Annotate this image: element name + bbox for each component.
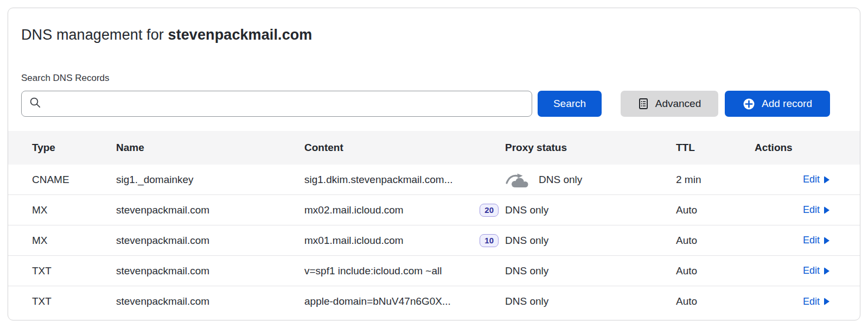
column-header-type: Type [32,142,116,154]
caret-right-icon [824,206,829,214]
page-title: DNS management for stevenpackmail.com [21,27,830,43]
record-content-cell: mx02.mail.icloud.com 20 [304,204,505,217]
record-type: TXT [32,295,116,307]
record-proxy-status: DNS only [539,174,582,186]
record-content-cell: apple-domain=bNuV47n6G0X... [304,295,505,307]
edit-record-link[interactable]: Edit [803,204,829,216]
record-ttl: Auto [676,265,755,277]
record-content: mx01.mail.icloud.com [304,235,404,247]
record-name: stevenpackmail.com [116,265,304,277]
record-type: CNAME [32,174,116,186]
record-proxy-cell: DNS only [505,204,676,216]
edit-link-label: Edit [803,296,820,307]
search-icon [29,97,41,111]
record-type: TXT [32,265,116,277]
search-input[interactable] [47,98,524,110]
caret-right-icon [824,267,829,275]
edit-record-link[interactable]: Edit [803,174,829,185]
record-type: MX [32,235,116,247]
table-row: TXT stevenpackmail.com v=spf1 include:ic… [8,256,860,286]
record-proxy-cell: DNS only [505,265,676,277]
column-header-content: Content [304,142,505,154]
record-content-cell: sig1.dkim.stevenpackmail.com... [304,174,505,186]
controls-row: Search Advanced [21,91,830,117]
record-proxy-cell: DNS only [505,172,676,188]
record-type: MX [32,204,116,216]
record-proxy-status: DNS only [505,265,548,277]
dns-management-card: DNS management for stevenpackmail.com Se… [8,8,860,320]
table-body: CNAME sig1._domainkey sig1.dkim.stevenpa… [8,165,860,317]
table-row: CNAME sig1._domainkey sig1.dkim.stevenpa… [8,165,860,195]
record-content: apple-domain=bNuV47n6G0X... [304,295,451,307]
search-box[interactable] [21,91,532,117]
page-title-domain: stevenpackmail.com [168,27,312,43]
record-proxy-status: DNS only [505,204,548,216]
record-name: sig1._domainkey [116,174,304,186]
add-record-button-label: Add record [762,98,812,110]
edit-record-link[interactable]: Edit [803,235,829,246]
record-ttl: 2 min [676,174,755,186]
table-row: MX stevenpackmail.com mx02.mail.icloud.c… [8,195,860,225]
table-header-row: Type Name Content Proxy status TTL Actio… [8,131,860,165]
record-content: sig1.dkim.stevenpackmail.com... [304,174,453,186]
caret-right-icon [824,176,829,184]
caret-right-icon [824,298,829,305]
caret-right-icon [824,237,829,244]
edit-record-link[interactable]: Edit [803,296,829,307]
dns-records-table: Type Name Content Proxy status TTL Actio… [8,131,860,317]
record-ttl: Auto [676,204,755,216]
list-icon [638,98,649,110]
record-proxy-status: DNS only [505,235,548,247]
record-ttl: Auto [676,295,755,307]
column-header-actions: Actions [755,142,829,154]
search-label: Search DNS Records [21,73,830,84]
plus-circle-icon [743,98,755,110]
column-header-name: Name [116,142,304,154]
page-title-prefix: DNS management for [21,27,164,43]
record-content: mx02.mail.icloud.com [304,204,404,216]
edit-record-link[interactable]: Edit [803,265,829,276]
record-actions-cell: Edit [755,204,829,216]
column-header-proxy-status: Proxy status [505,142,676,154]
edit-link-label: Edit [803,204,820,216]
record-proxy-cell: DNS only [505,235,676,247]
record-actions-cell: Edit [755,174,829,185]
edit-link-label: Edit [803,174,820,185]
record-actions-cell: Edit [755,235,829,246]
record-actions-cell: Edit [755,265,829,276]
dns-only-cloud-icon [505,172,530,188]
table-row: MX stevenpackmail.com mx01.mail.icloud.c… [8,225,860,256]
edit-link-label: Edit [803,235,820,246]
record-name: stevenpackmail.com [116,204,304,216]
record-actions-cell: Edit [755,296,829,307]
search-button[interactable]: Search [538,91,602,117]
record-content: v=spf1 include:icloud.com ~all [304,265,442,277]
edit-link-label: Edit [803,265,820,276]
advanced-button-label: Advanced [655,98,701,110]
record-name: stevenpackmail.com [116,295,304,307]
advanced-button[interactable]: Advanced [621,91,718,117]
record-proxy-status: DNS only [505,295,548,307]
record-content-cell: v=spf1 include:icloud.com ~all [304,265,505,277]
mx-priority-badge: 10 [480,234,499,247]
column-header-ttl: TTL [676,142,755,154]
add-record-button[interactable]: Add record [725,91,830,117]
record-proxy-cell: DNS only [505,295,676,307]
record-ttl: Auto [676,235,755,247]
table-row: TXT stevenpackmail.com apple-domain=bNuV… [8,286,860,317]
record-content-cell: mx01.mail.icloud.com 10 [304,234,505,247]
record-name: stevenpackmail.com [116,235,304,247]
mx-priority-badge: 20 [480,204,499,217]
